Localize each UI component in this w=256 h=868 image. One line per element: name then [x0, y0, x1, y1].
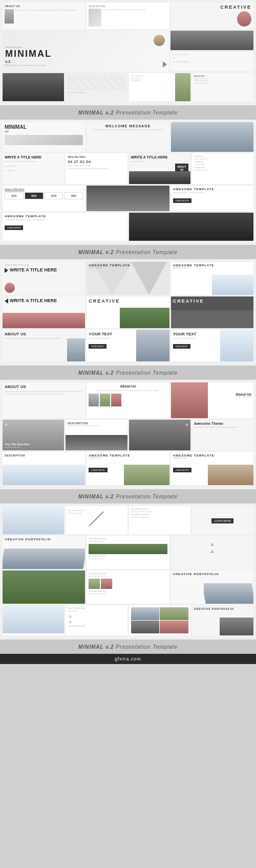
slide-write-title-1: WRITE A TITLE HERE Lorem ipsum dolor sit…: [3, 153, 64, 184]
section-4: ABOUT US Lorem ipsum dolor sit amet cons…: [0, 380, 256, 489]
slide-write-creative-1: WRITE A TITLE HERE: [3, 296, 85, 328]
slide-portfolio-plant-full: [3, 570, 85, 604]
divider-3-text: MINIMAL v.2 Presentation Template: [78, 370, 178, 376]
slide-awesome-theme: Awesome Theme Lorem ipsum dolor sit amet…: [192, 420, 253, 450]
slide-woman-dark: [3, 73, 64, 101]
slide-portfolio-arrow: ▲▲: [171, 536, 253, 569]
slide-description-tower: Description Lorem ipsum dolor sit amet c…: [66, 420, 127, 450]
divider-4-text: MINIMAL v.2 Presentation Template: [78, 494, 178, 499]
divider-1: MINIMAL v.2 Presentation Template: [0, 105, 256, 120]
slide-write-link: Write a Title Here $10 $20 $30 $40: [3, 186, 85, 211]
slide-write-title-2: WRITE A TITLE HERE Lorem ipsum dolor ABO…: [129, 153, 190, 184]
slide-title-goes-here-2: Your Title Goes Here Lorem ipsum ▲▲ Your…: [66, 605, 127, 635]
slide-awesome-1: AWESOME TEMPLATE Lorem ipsum dolor sit a…: [171, 186, 253, 211]
slide-title-goes-here-1: Your Title Goes Here Lorem ipsum dolor s…: [129, 506, 190, 534]
slide-awesome-coffee: AWESOME TEMPLATE Subtitle text here LEAR…: [171, 452, 253, 485]
divider-5: MINIMAL v.2 Presentation Template: [0, 639, 256, 654]
slide-write-big: Something Title Here WRITE A TITLE HERE: [3, 262, 85, 295]
slide-cactus: Lorem ipsum text Dolor sit amet Consecte…: [129, 73, 190, 101]
section-3: Something Title Here WRITE A TITLE HERE …: [0, 259, 256, 366]
slide-awesome-2: AWESOME TEMPLATE Lorem ipsum dolor sit a…: [3, 213, 127, 241]
slide-main-minimal: Multipurpose MINIMAL v.2 Multipurpose Pr…: [3, 31, 169, 72]
slide-portfolio-titles-1: Your Title Goes Here Lorem ipsum dolor Y…: [87, 536, 169, 569]
slide-portfolio-checkers: [129, 605, 190, 635]
slide-statue: »: [129, 420, 190, 450]
slide-creative-plant: CREATIVE: [87, 296, 169, 328]
slide-building: [129, 213, 254, 241]
divider-3: MINIMAL v.2 Presentation Template: [0, 366, 256, 380]
gfx-watermark: gfxtra.com: [0, 654, 256, 664]
divider-5-text: MINIMAL v.2 Presentation Template: [78, 644, 178, 650]
section-1: ABOUT US Lorem ipsum dolor sit amet cons…: [0, 0, 256, 105]
slide-description-snow: Description: [3, 452, 85, 485]
slide-your-text-2: YOUR TEXT Lorem ipsum dolor sit amet REA…: [171, 330, 253, 361]
section-2: MINIMAL v.2 WELCOME MESSAGE Lorem ipsum …: [0, 120, 256, 245]
slide-about-us-center: About Us Lorem ipsum dolor sit amet cons…: [87, 382, 169, 418]
slide-woman-text: Lorem ipsum dolor sit » consectetur adip…: [170, 52, 253, 71]
slide-creative-top: CREATIVE: [171, 3, 253, 29]
slide-creative-portfolio-3: CREATIVE PORTOFOLIO: [192, 605, 253, 635]
slide-about-us-big: ABOUT US Lorem ipsum dolor sit amet cons…: [3, 330, 85, 361]
divider-1-text: MINIMAL v.2 Presentation Template: [78, 110, 178, 116]
slide-awesome-objects: AWESOME TEMPLATE Subtitle text here LEAR…: [87, 452, 169, 485]
slide-welcome: WELCOME MESSAGE Lorem ipsum dolor sit am…: [87, 122, 169, 152]
divider-2: MINIMAL v.2 Presentation Template: [0, 245, 256, 259]
slide-creative-portfolio-1: CREATIVE PORTOFOLIO: [3, 536, 85, 569]
slide-person-sitting: » Your Title Goes Here Lorem ipsum text: [3, 420, 64, 450]
slide-pencil-slash: Your Title Goes Here Lorem ipsum text: [66, 506, 127, 534]
slide-awesome-snow: AWESOME TEMPLATE Subtitle goes here: [171, 262, 253, 295]
slide-items: ► Item one Lorem ipsum text ► Item two D…: [192, 153, 253, 184]
divider-4: MINIMAL v.2 Presentation Template: [0, 489, 256, 504]
slide-about-us: ABOUT US Lorem ipsum dolor sit amet cons…: [3, 3, 85, 29]
slide-minimal-logo: MINIMAL v.2: [3, 122, 85, 152]
slide-creative-dark: CREATIVE: [171, 296, 253, 328]
slide-about-us-text: ABOUT US Lorem ipsum dolor sit amet cons…: [3, 382, 85, 418]
slide-cat: [170, 31, 253, 50]
slide-person-snow: [3, 605, 64, 635]
section-5: Your Title Goes Here Lorem ipsum text Yo…: [0, 504, 256, 639]
slide-service: Service Plan • Item one lorem • Item two…: [192, 73, 253, 101]
divider-2-text: MINIMAL v.2 Presentation Template: [78, 249, 178, 255]
slide-person-arms: [3, 506, 64, 534]
about-us-title: ABOUT US: [5, 5, 83, 8]
slide-awesome-geo: AWESOME TEMPLATE Subtitle goes here: [87, 262, 169, 295]
slide-mountain: [171, 122, 253, 152]
slide-towers: [87, 186, 169, 211]
slide-about-us-right: About Us Lorem ipsum dolor: [171, 382, 253, 418]
slide-your-text-1: YOUR TEXT Lorem ipsum dolor sit amet REA…: [87, 330, 169, 361]
slide-creative-portfolio-2: CREATIVE PORTOFOLIO: [171, 570, 253, 604]
slide-stripes: Lorem ipsum text here: [66, 73, 127, 101]
slide-learn-more-btn: LEARN MORE: [192, 506, 253, 534]
slide-what-we-offer-2: What We Offer 04 Item 27 Slide 01 User 0…: [66, 153, 127, 184]
slide-portfolio-titles-2: Your Title Goes Here Lorem ipsum dolor s…: [87, 570, 169, 604]
slide-what-we-offer: What We Offer Lorem ipsum dolor sit amet…: [87, 3, 169, 29]
